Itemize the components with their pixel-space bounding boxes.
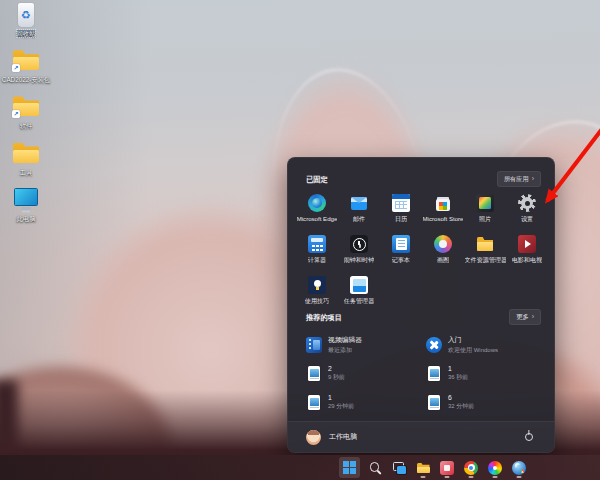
taskbar-button-chrome[interactable] — [462, 457, 480, 478]
desktop-icon-folder-shortcut[interactable]: ↗ 软件 — [0, 94, 52, 129]
chevron-right-icon: › — [532, 176, 534, 182]
taskbar-button-wheel[interactable] — [486, 457, 504, 478]
recommended-item-title: 6 — [448, 394, 474, 401]
image-file-icon — [428, 366, 440, 381]
taskbar-button-taskview[interactable] — [390, 457, 408, 478]
taskbar-button-folder[interactable] — [414, 457, 432, 478]
pinned-apps-grid: Microsoft Edge 邮件 日历 Microsoft Store 照片 — [296, 190, 548, 313]
pinned-app-calendar[interactable]: 日历 — [380, 190, 422, 231]
shortcut-badge: ↗ — [12, 64, 20, 72]
taskbar-button-search[interactable] — [366, 457, 384, 478]
recommended-item-title: 视频编辑器 — [328, 335, 362, 345]
pinned-app-photos[interactable]: 照片 — [464, 190, 506, 231]
clock-icon — [350, 235, 368, 253]
taskbar-button-globe[interactable] — [510, 457, 528, 478]
taskbar-button-start[interactable] — [339, 457, 360, 478]
taskview-icon — [392, 461, 406, 475]
pinned-app-settings[interactable]: 设置 — [506, 190, 548, 231]
desktop-icon-label: 工具 — [20, 169, 33, 176]
recommended-item-image-file[interactable]: 2 9 秒前 — [302, 359, 422, 388]
video-editor-icon — [306, 337, 322, 353]
user-avatar[interactable] — [306, 430, 321, 445]
explorer-icon — [476, 235, 494, 253]
all-apps-button[interactable]: 所有应用 › — [497, 171, 541, 187]
recommended-item-subtitle: 欢迎使用 Windows — [448, 346, 498, 355]
pinned-app-label: 电影和电视 — [512, 256, 542, 265]
more-button[interactable]: 更多 › — [509, 309, 541, 325]
recommended-item-title: 1 — [328, 394, 354, 401]
paint-icon — [434, 235, 452, 253]
pinned-app-label: 闹钟和时钟 — [344, 256, 374, 265]
tips-icon — [308, 276, 326, 294]
redapp-icon — [440, 461, 454, 475]
recommended-item-image-file[interactable]: 1 36 秒前 — [422, 359, 542, 388]
shortcut-badge: ↗ — [12, 110, 20, 118]
folder-shortcut-icon: ↗ — [11, 94, 41, 120]
pinned-app-mail[interactable]: 邮件 — [338, 190, 380, 231]
desktop-icons-column: 回收站 ↗ CAD2022-安装包 ↗ 软件 工具 此电脑 — [0, 2, 52, 233]
image-file-icon — [308, 366, 320, 381]
get-started-icon — [426, 337, 442, 353]
calendar-icon — [392, 194, 410, 212]
image-file-icon — [308, 395, 320, 410]
calculator-icon — [308, 235, 326, 253]
desktop-icon-label: 回收站 — [17, 30, 36, 37]
recommended-item-subtitle: 最近添加 — [328, 346, 362, 355]
mail-icon — [350, 194, 368, 212]
desktop-icon-folder[interactable]: 工具 — [0, 141, 52, 176]
pinned-app-movies[interactable]: 电影和电视 — [506, 231, 548, 272]
pinned-app-label: 设置 — [521, 215, 533, 224]
recommended-section-header: 推荐的项目 — [306, 313, 342, 323]
folder-icon — [11, 141, 41, 167]
pinned-app-calculator[interactable]: 计算器 — [296, 231, 338, 272]
folder-icon — [416, 461, 430, 475]
recommended-item-subtitle: 32 分钟前 — [448, 402, 474, 411]
desktop-icon-folder-shortcut[interactable]: ↗ CAD2022-安装包 — [0, 48, 52, 83]
taskbar-button-redapp[interactable] — [438, 457, 456, 478]
recommended-item-subtitle: 29 分钟前 — [328, 402, 354, 411]
pinned-section-header: 已固定 — [306, 175, 328, 185]
pinned-app-taskmgr[interactable]: 任务管理器 — [338, 272, 380, 313]
taskbar — [0, 455, 600, 480]
pinned-app-label: 使用技巧 — [305, 297, 329, 306]
pinned-app-explorer[interactable]: 文件资源管理器 — [464, 231, 506, 272]
recycle-bin-icon — [11, 2, 41, 28]
power-button[interactable] — [522, 430, 536, 444]
pinned-app-clock[interactable]: 闹钟和时钟 — [338, 231, 380, 272]
globe-icon — [512, 461, 526, 475]
movies-icon — [518, 235, 536, 253]
power-icon — [525, 433, 534, 442]
pinned-app-notepad[interactable]: 记事本 — [380, 231, 422, 272]
pinned-app-store[interactable]: Microsoft Store — [422, 190, 464, 231]
pinned-app-label: 任务管理器 — [344, 297, 374, 306]
pinned-app-edge[interactable]: Microsoft Edge — [296, 190, 338, 231]
recommended-item-title: 1 — [448, 365, 468, 372]
pinned-app-label: 记事本 — [392, 256, 410, 265]
notepad-icon — [392, 235, 410, 253]
pinned-app-tips[interactable]: 使用技巧 — [296, 272, 338, 313]
store-icon — [434, 194, 452, 212]
search-icon — [368, 461, 382, 475]
pinned-app-label: Microsoft Edge — [297, 215, 338, 222]
recommended-item-get-started[interactable]: 入门 欢迎使用 Windows — [422, 330, 542, 359]
user-name[interactable]: 工作电脑 — [329, 432, 357, 442]
this-pc-icon — [11, 187, 41, 213]
wheel-icon — [488, 461, 502, 475]
recommended-item-image-file[interactable]: 1 29 分钟前 — [302, 388, 422, 417]
pinned-app-paint[interactable]: 画图 — [422, 231, 464, 272]
recommended-item-subtitle: 9 秒前 — [328, 373, 345, 382]
pinned-app-label: 画图 — [437, 256, 449, 265]
desktop-icon-label: CAD2022-安装包 — [2, 76, 50, 83]
photos-icon — [476, 194, 494, 212]
recommended-item-video-editor[interactable]: 视频编辑器 最近添加 — [302, 330, 422, 359]
folder-shortcut-icon: ↗ — [11, 48, 41, 74]
chrome-icon — [464, 461, 478, 475]
start-menu-footer: 工作电脑 — [288, 421, 554, 452]
edge-icon — [308, 194, 326, 212]
desktop-icon-this-pc[interactable]: 此电脑 — [0, 187, 52, 222]
pinned-app-label: 照片 — [479, 215, 491, 224]
pinned-app-label: 日历 — [395, 215, 407, 224]
recommended-item-image-file[interactable]: 6 32 分钟前 — [422, 388, 542, 417]
desktop-icon-recycle-bin[interactable]: 回收站 — [0, 2, 52, 37]
recommended-item-title: 2 — [328, 365, 345, 372]
